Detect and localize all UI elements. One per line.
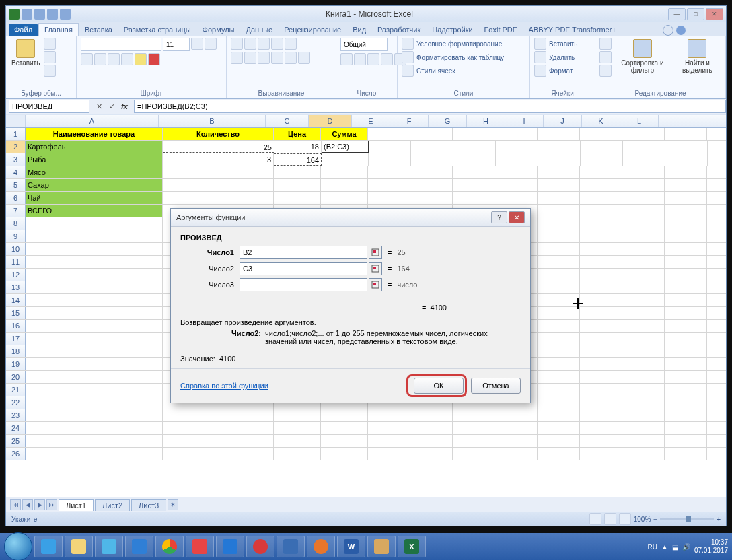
cell-D23[interactable] xyxy=(321,409,368,421)
cell-L6[interactable] xyxy=(665,192,707,204)
number-format-select[interactable]: Общий xyxy=(340,38,388,51)
cell-I4[interactable] xyxy=(538,166,580,178)
cell-H26[interactable] xyxy=(495,448,538,460)
taskbar-chrome[interactable] xyxy=(155,536,184,557)
row-header-17[interactable]: 17 xyxy=(6,332,26,345)
cell-K2[interactable] xyxy=(623,141,665,153)
cell-F25[interactable] xyxy=(410,435,453,447)
ok-button[interactable]: ОК xyxy=(414,378,464,394)
row-header-4[interactable]: 4 xyxy=(6,166,26,178)
cell-L4[interactable] xyxy=(665,166,707,178)
row-header-12[interactable]: 12 xyxy=(6,269,26,281)
cell-L23[interactable] xyxy=(665,409,707,421)
align-right-icon[interactable] xyxy=(258,52,270,64)
cell-K22[interactable] xyxy=(622,396,665,409)
tray-sound-icon[interactable]: 🔊 xyxy=(682,543,690,551)
minimize-button[interactable]: — xyxy=(668,8,686,20)
arg-ref-button-1[interactable] xyxy=(369,262,382,275)
cell-A17[interactable] xyxy=(26,332,163,345)
tab-abbyy[interactable]: ABBYY PDF Transformer+ xyxy=(523,24,622,36)
cell-K23[interactable] xyxy=(622,409,665,421)
cell-J13[interactable] xyxy=(580,281,622,293)
cell-I2[interactable] xyxy=(538,141,581,153)
taskbar-app[interactable] xyxy=(367,536,396,557)
cell-C24[interactable] xyxy=(274,422,321,434)
cell-G24[interactable] xyxy=(453,422,495,434)
cell-I22[interactable] xyxy=(538,396,580,409)
formula-input[interactable]: =ПРОИЗВЕД(B2;C3) xyxy=(134,100,726,113)
dialog-help-button[interactable]: ? xyxy=(491,211,507,223)
cell-G26[interactable] xyxy=(453,448,495,460)
cell-H25[interactable] xyxy=(495,435,538,447)
col-header-L[interactable]: L xyxy=(620,115,659,127)
cell-I25[interactable] xyxy=(538,435,580,447)
cell-J22[interactable] xyxy=(580,396,622,409)
view-normal-icon[interactable] xyxy=(589,513,601,525)
cell-A13[interactable] xyxy=(26,281,163,293)
arg-ref-button-2[interactable] xyxy=(369,278,382,291)
cell-E1[interactable] xyxy=(368,128,410,140)
align-bottom-icon[interactable] xyxy=(258,38,270,50)
cell-J26[interactable] xyxy=(580,448,622,460)
cell-B1[interactable]: Количество xyxy=(163,128,274,140)
taskbar-excel[interactable]: X xyxy=(398,536,426,557)
sort-filter-button[interactable]: Сортировка и фильтр xyxy=(614,38,671,75)
fill-icon[interactable] xyxy=(599,51,612,63)
row-header-18[interactable]: 18 xyxy=(6,345,26,357)
cell-E26[interactable] xyxy=(368,448,410,460)
cell-J24[interactable] xyxy=(580,422,622,434)
cell-G25[interactable] xyxy=(453,435,495,447)
cell-F26[interactable] xyxy=(410,448,453,460)
cell-D2[interactable]: (B2;C3) xyxy=(322,141,369,153)
col-header-F[interactable]: F xyxy=(390,115,429,127)
cell-I19[interactable] xyxy=(538,358,580,370)
cell-B5[interactable] xyxy=(163,179,274,191)
sheet-tab-3[interactable]: Лист3 xyxy=(131,499,166,511)
cell-styles-button[interactable]: Стили ячеек xyxy=(402,65,455,77)
cell-K11[interactable] xyxy=(622,256,665,268)
cell-H4[interactable] xyxy=(495,166,538,178)
redo-icon[interactable] xyxy=(47,9,58,20)
cell-G5[interactable] xyxy=(453,179,495,191)
align-top-icon[interactable] xyxy=(231,38,243,50)
row-header-1[interactable]: 1 xyxy=(6,128,26,140)
border-icon[interactable] xyxy=(121,53,133,65)
cell-E24[interactable] xyxy=(368,422,410,434)
cell-A23[interactable] xyxy=(26,409,163,421)
cell-I26[interactable] xyxy=(538,448,580,460)
insert-cells-button[interactable]: Вставить xyxy=(534,38,577,50)
cell-L10[interactable] xyxy=(665,243,707,255)
grow-font-icon[interactable] xyxy=(191,38,203,50)
row-header-21[interactable]: 21 xyxy=(6,384,26,396)
cell-A5[interactable]: Сахар xyxy=(26,179,163,191)
cell-D26[interactable] xyxy=(321,448,368,460)
arg-input-0[interactable] xyxy=(240,246,367,259)
tab-data[interactable]: Данные xyxy=(240,24,278,36)
zoom-out-button[interactable]: − xyxy=(653,516,657,523)
row-header-25[interactable]: 25 xyxy=(6,435,26,447)
cell-F24[interactable] xyxy=(410,422,453,434)
row-header-5[interactable]: 5 xyxy=(6,179,26,191)
col-header-I[interactable]: I xyxy=(505,115,544,127)
cell-L2[interactable] xyxy=(665,141,708,153)
cell-A22[interactable] xyxy=(26,396,163,409)
row-header-11[interactable]: 11 xyxy=(6,256,26,268)
cell-A24[interactable] xyxy=(26,422,163,434)
autosum-icon[interactable] xyxy=(599,38,612,50)
format-as-table-button[interactable]: Форматировать как таблицу xyxy=(402,51,504,63)
cell-A2[interactable]: Картофель xyxy=(26,141,163,153)
tray-lang[interactable]: RU xyxy=(648,543,657,551)
merge-icon[interactable] xyxy=(298,52,310,64)
fx-icon[interactable]: fx xyxy=(119,101,130,112)
delete-cells-button[interactable]: Удалить xyxy=(534,51,575,63)
find-select-button[interactable]: Найти и выделить xyxy=(673,38,721,75)
cell-F23[interactable] xyxy=(410,409,453,421)
row-header-10[interactable]: 10 xyxy=(6,243,26,255)
cell-B6[interactable] xyxy=(163,192,274,204)
cell-K8[interactable] xyxy=(622,217,665,230)
cell-J2[interactable] xyxy=(581,141,623,153)
cell-G2[interactable] xyxy=(453,141,496,153)
row-header-24[interactable]: 24 xyxy=(6,422,26,434)
cell-L9[interactable] xyxy=(665,230,707,242)
sheet-tab-2[interactable]: Лист2 xyxy=(95,499,130,511)
